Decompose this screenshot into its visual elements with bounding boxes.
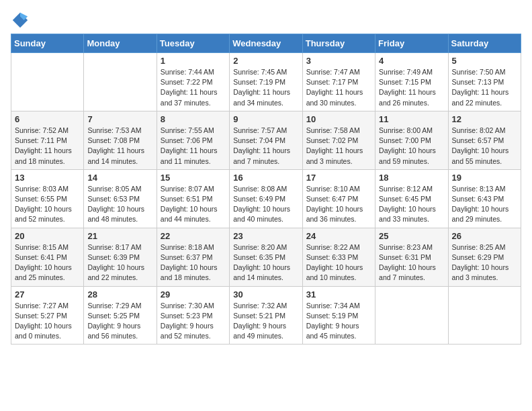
calendar-cell: 3Sunrise: 7:47 AMSunset: 7:17 PMDaylight…: [302, 53, 375, 111]
calendar-cell: 1Sunrise: 7:44 AMSunset: 7:22 PMDaylight…: [157, 53, 229, 111]
calendar-cell: [375, 286, 448, 345]
day-info: Sunrise: 8:18 AMSunset: 6:37 PMDaylight:…: [161, 242, 226, 283]
day-info: Sunrise: 7:30 AMSunset: 5:23 PMDaylight:…: [161, 301, 226, 342]
day-number: 8: [161, 114, 226, 124]
day-number: 27: [15, 289, 80, 300]
day-number: 19: [452, 173, 517, 183]
day-number: 4: [379, 56, 444, 66]
day-header-thursday: Thursday: [302, 34, 375, 53]
day-number: 18: [379, 173, 444, 183]
day-info: Sunrise: 8:12 AMSunset: 6:45 PMDaylight:…: [379, 184, 444, 225]
logo-icon: [11, 11, 30, 30]
calendar-cell: [84, 53, 157, 111]
day-info: Sunrise: 7:58 AMSunset: 7:02 PMDaylight:…: [306, 126, 371, 167]
logo: [11, 11, 32, 30]
calendar-week-1: 1Sunrise: 7:44 AMSunset: 7:22 PMDaylight…: [11, 53, 521, 111]
day-number: 13: [15, 173, 80, 183]
calendar-cell: 8Sunrise: 7:55 AMSunset: 7:06 PMDaylight…: [157, 111, 229, 169]
day-number: 5: [452, 56, 517, 66]
day-number: 15: [161, 173, 226, 183]
day-number: 29: [161, 289, 226, 300]
calendar-cell: 13Sunrise: 8:03 AMSunset: 6:55 PMDayligh…: [11, 169, 84, 228]
calendar-cell: 7Sunrise: 7:53 AMSunset: 7:08 PMDaylight…: [84, 111, 157, 169]
day-info: Sunrise: 8:20 AMSunset: 6:35 PMDaylight:…: [233, 242, 298, 283]
day-info: Sunrise: 8:03 AMSunset: 6:55 PMDaylight:…: [15, 184, 80, 225]
day-header-wednesday: Wednesday: [230, 34, 302, 53]
calendar-cell: 19Sunrise: 8:13 AMSunset: 6:43 PMDayligh…: [448, 169, 521, 228]
calendar-cell: 25Sunrise: 8:23 AMSunset: 6:31 PMDayligh…: [375, 228, 448, 286]
calendar-cell: 16Sunrise: 8:08 AMSunset: 6:49 PMDayligh…: [230, 169, 302, 228]
calendar-cell: 30Sunrise: 7:32 AMSunset: 5:21 PMDayligh…: [230, 286, 302, 345]
day-info: Sunrise: 7:27 AMSunset: 5:27 PMDaylight:…: [15, 301, 80, 342]
calendar-cell: 6Sunrise: 7:52 AMSunset: 7:11 PMDaylight…: [11, 111, 84, 169]
day-number: 12: [452, 114, 517, 124]
calendar-cell: 17Sunrise: 8:10 AMSunset: 6:47 PMDayligh…: [302, 169, 375, 228]
day-header-saturday: Saturday: [448, 34, 521, 53]
day-info: Sunrise: 8:17 AMSunset: 6:39 PMDaylight:…: [87, 242, 152, 283]
day-info: Sunrise: 8:13 AMSunset: 6:43 PMDaylight:…: [452, 184, 517, 225]
calendar-cell: 27Sunrise: 7:27 AMSunset: 5:27 PMDayligh…: [11, 286, 84, 345]
day-info: Sunrise: 8:22 AMSunset: 6:33 PMDaylight:…: [306, 242, 371, 283]
day-number: 7: [87, 114, 152, 124]
day-number: 30: [233, 289, 298, 300]
day-number: 9: [233, 114, 298, 124]
day-info: Sunrise: 7:55 AMSunset: 7:06 PMDaylight:…: [161, 126, 226, 167]
day-number: 16: [233, 173, 298, 183]
day-info: Sunrise: 7:47 AMSunset: 7:17 PMDaylight:…: [306, 67, 371, 108]
calendar-cell: 10Sunrise: 7:58 AMSunset: 7:02 PMDayligh…: [302, 111, 375, 169]
day-info: Sunrise: 8:08 AMSunset: 6:49 PMDaylight:…: [233, 184, 298, 225]
page-header: [11, 11, 521, 30]
calendar-week-2: 6Sunrise: 7:52 AMSunset: 7:11 PMDaylight…: [11, 111, 521, 169]
day-number: 21: [87, 231, 152, 241]
calendar-cell: 4Sunrise: 7:49 AMSunset: 7:15 PMDaylight…: [375, 53, 448, 111]
day-number: 17: [306, 173, 371, 183]
calendar-week-3: 13Sunrise: 8:03 AMSunset: 6:55 PMDayligh…: [11, 169, 521, 228]
day-info: Sunrise: 7:32 AMSunset: 5:21 PMDaylight:…: [233, 301, 298, 342]
day-info: Sunrise: 7:45 AMSunset: 7:19 PMDaylight:…: [233, 67, 298, 108]
day-info: Sunrise: 7:49 AMSunset: 7:15 PMDaylight:…: [379, 67, 444, 108]
day-header-friday: Friday: [375, 34, 448, 53]
day-number: 26: [452, 231, 517, 241]
day-header-tuesday: Tuesday: [157, 34, 229, 53]
day-info: Sunrise: 8:23 AMSunset: 6:31 PMDaylight:…: [379, 242, 444, 283]
day-number: 22: [161, 231, 226, 241]
calendar-cell: 20Sunrise: 8:15 AMSunset: 6:41 PMDayligh…: [11, 228, 84, 286]
day-info: Sunrise: 7:44 AMSunset: 7:22 PMDaylight:…: [161, 67, 226, 108]
day-number: 3: [306, 56, 371, 66]
day-number: 20: [15, 231, 80, 241]
calendar-cell: [11, 53, 84, 111]
day-info: Sunrise: 8:02 AMSunset: 6:57 PMDaylight:…: [452, 126, 517, 167]
calendar-cell: 2Sunrise: 7:45 AMSunset: 7:19 PMDaylight…: [230, 53, 302, 111]
calendar-week-4: 20Sunrise: 8:15 AMSunset: 6:41 PMDayligh…: [11, 228, 521, 286]
calendar-cell: 21Sunrise: 8:17 AMSunset: 6:39 PMDayligh…: [84, 228, 157, 286]
day-number: 24: [306, 231, 371, 241]
day-info: Sunrise: 8:07 AMSunset: 6:51 PMDaylight:…: [161, 184, 226, 225]
day-info: Sunrise: 7:57 AMSunset: 7:04 PMDaylight:…: [233, 126, 298, 167]
calendar-cell: 18Sunrise: 8:12 AMSunset: 6:45 PMDayligh…: [375, 169, 448, 228]
day-info: Sunrise: 8:05 AMSunset: 6:53 PMDaylight:…: [87, 184, 152, 225]
day-number: 23: [233, 231, 298, 241]
calendar-cell: 23Sunrise: 8:20 AMSunset: 6:35 PMDayligh…: [230, 228, 302, 286]
calendar-cell: 29Sunrise: 7:30 AMSunset: 5:23 PMDayligh…: [157, 286, 229, 345]
day-info: Sunrise: 7:52 AMSunset: 7:11 PMDaylight:…: [15, 126, 80, 167]
day-number: 1: [161, 56, 226, 66]
day-info: Sunrise: 8:10 AMSunset: 6:47 PMDaylight:…: [306, 184, 371, 225]
calendar-cell: 5Sunrise: 7:50 AMSunset: 7:13 PMDaylight…: [448, 53, 521, 111]
day-number: 31: [306, 289, 371, 300]
day-number: 25: [379, 231, 444, 241]
day-header-monday: Monday: [84, 34, 157, 53]
day-header-sunday: Sunday: [11, 34, 84, 53]
calendar-cell: [448, 286, 521, 345]
day-number: 10: [306, 114, 371, 124]
day-number: 6: [15, 114, 80, 124]
calendar-cell: 12Sunrise: 8:02 AMSunset: 6:57 PMDayligh…: [448, 111, 521, 169]
calendar-cell: 14Sunrise: 8:05 AMSunset: 6:53 PMDayligh…: [84, 169, 157, 228]
day-info: Sunrise: 7:53 AMSunset: 7:08 PMDaylight:…: [87, 126, 152, 167]
day-info: Sunrise: 7:34 AMSunset: 5:19 PMDaylight:…: [306, 301, 371, 342]
calendar-cell: 11Sunrise: 8:00 AMSunset: 7:00 PMDayligh…: [375, 111, 448, 169]
day-number: 2: [233, 56, 298, 66]
day-number: 11: [379, 114, 444, 124]
day-info: Sunrise: 7:50 AMSunset: 7:13 PMDaylight:…: [452, 67, 517, 108]
calendar-cell: 31Sunrise: 7:34 AMSunset: 5:19 PMDayligh…: [302, 286, 375, 345]
calendar-header-row: SundayMondayTuesdayWednesdayThursdayFrid…: [11, 34, 521, 53]
